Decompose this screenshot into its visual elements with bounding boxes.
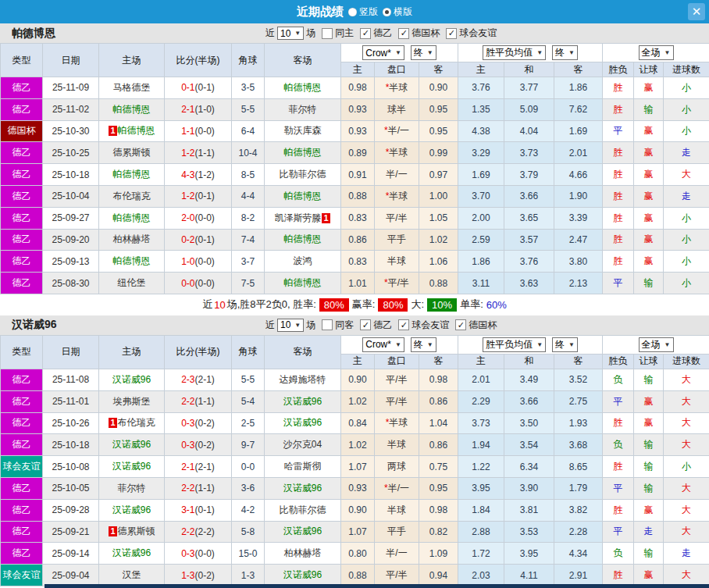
- home-team-cell: 1布伦瑞克: [99, 412, 165, 434]
- summary-part: 10: [214, 299, 225, 311]
- team-link[interactable]: 帕德博恩: [284, 277, 322, 288]
- winloss-cell: 平: [603, 521, 634, 543]
- league-checkbox-friendly[interactable]: [446, 28, 457, 39]
- league-checkbox-cup[interactable]: [398, 28, 409, 39]
- team-link[interactable]: 帕德博恩: [118, 125, 155, 136]
- team-link[interactable]: 帕德博恩: [284, 147, 322, 158]
- league-badge-cell: 德乙: [1, 369, 43, 390]
- team-link[interactable]: 比勒菲尔德: [280, 169, 326, 180]
- team-link[interactable]: 汉诺威96: [283, 417, 322, 428]
- close-icon[interactable]: ✕: [688, 3, 705, 20]
- league-badge-cell: 德乙: [1, 207, 43, 229]
- league-badge-cell: 德乙: [1, 543, 43, 565]
- handicap-result-cell: 输: [634, 273, 664, 294]
- team-link[interactable]: 纽伦堡: [118, 277, 146, 288]
- winloss-cell: 胜: [603, 456, 634, 478]
- goals-cell: 大: [664, 369, 709, 390]
- corners-cell: 4-2: [232, 499, 265, 521]
- team-link[interactable]: 汉诺威96: [112, 547, 151, 558]
- final-odds-select[interactable]: 终▼: [411, 337, 436, 352]
- team-link[interactable]: 勒沃库森: [284, 125, 322, 136]
- team-link[interactable]: 柏林赫塔: [284, 547, 322, 558]
- handicap-result-cell: 赢: [634, 77, 664, 99]
- games-label: 场: [306, 27, 315, 40]
- home-team-cell: 纽伦堡: [99, 273, 165, 294]
- final-avg-select[interactable]: 终▼: [552, 337, 578, 352]
- home-team-cell: 1帕德博恩: [99, 120, 165, 142]
- odds-home-cell: 0.93: [341, 120, 375, 142]
- handicap-cell: 平手: [375, 521, 419, 543]
- team-link[interactable]: 帕德博恩: [113, 212, 151, 223]
- final-avg-select[interactable]: 终▼: [552, 45, 578, 60]
- score-cell: 1-1(0-0): [165, 120, 232, 142]
- team-link[interactable]: 汉诺威96: [112, 374, 151, 385]
- team-link[interactable]: 布伦瑞克: [113, 191, 151, 201]
- team-link[interactable]: 帕德博恩: [113, 169, 151, 180]
- team-link[interactable]: 汉诺威96: [283, 569, 322, 580]
- scope-select[interactable]: 全场▼: [639, 45, 674, 60]
- team-link[interactable]: 埃弗斯堡: [113, 396, 151, 407]
- league-checkbox-cup[interactable]: [455, 319, 466, 330]
- away-team-cell: 达姆施塔特: [265, 369, 341, 390]
- same-venue-checkbox[interactable]: [322, 319, 333, 330]
- team-link[interactable]: 汉诺威96: [112, 461, 151, 472]
- corners-cell: 7-4: [232, 229, 265, 251]
- avg-select[interactable]: 胜平负均值▼: [483, 337, 546, 352]
- team-link[interactable]: 帕德博恩: [284, 191, 322, 201]
- match-date-cell: 25-09-21: [43, 521, 99, 543]
- team-link[interactable]: 布伦瑞克: [118, 417, 155, 428]
- league-checkbox-friendly[interactable]: [398, 319, 409, 330]
- bookmaker-select[interactable]: Crow*▼: [362, 337, 404, 352]
- summary-part: 单率:: [460, 298, 483, 312]
- team-link[interactable]: 菲尔特: [118, 483, 146, 494]
- avg-select[interactable]: 胜平负均值▼: [483, 45, 546, 60]
- away-team-cell: 沙尔克04: [265, 434, 341, 456]
- team-link[interactable]: 马格德堡: [113, 82, 151, 93]
- home-team-cell: 汉诺威96: [99, 499, 165, 521]
- team-link[interactable]: 帕德博恩: [113, 104, 151, 115]
- team-link[interactable]: 汉诺威96: [112, 504, 151, 515]
- handicap-cell: *平/半: [375, 273, 419, 294]
- team-link[interactable]: 柏林赫塔: [113, 233, 151, 244]
- league-badge-cell: 德乙: [1, 77, 43, 99]
- team-link[interactable]: 菲尔特: [289, 104, 317, 115]
- league-checkbox-de2[interactable]: [360, 319, 371, 330]
- team-link[interactable]: 沙尔克04: [283, 439, 322, 450]
- handicap-result-cell: 赢: [634, 207, 664, 229]
- chevron-down-icon: ▼: [294, 30, 301, 37]
- scope-select[interactable]: 全场▼: [639, 337, 674, 352]
- team-link[interactable]: 帕德博恩: [284, 233, 322, 244]
- team-link[interactable]: 德累斯顿: [113, 147, 151, 158]
- avg-home-cell: 2.88: [458, 521, 504, 543]
- team-link[interactable]: 哈雷斯彻: [284, 461, 322, 472]
- league-checkbox-de2[interactable]: [360, 28, 371, 39]
- bookmaker-select[interactable]: Crow*▼: [362, 45, 404, 60]
- team-link[interactable]: 汉堡: [123, 569, 141, 580]
- team-link[interactable]: 汉诺威96: [283, 396, 322, 407]
- layout-radio-vertical[interactable]: 竖版: [348, 5, 378, 19]
- match-date-cell: 25-10-08: [43, 456, 99, 478]
- team-link[interactable]: 汉诺威96: [283, 526, 322, 536]
- final-odds-select[interactable]: 终▼: [411, 45, 436, 60]
- summary-part: 近: [202, 298, 212, 312]
- handicap-result-cell: 输: [634, 98, 664, 120]
- team-link[interactable]: 汉诺威96: [112, 439, 151, 450]
- team-link[interactable]: 帕德博恩: [113, 255, 151, 266]
- team-link[interactable]: 达姆施塔特: [280, 374, 326, 385]
- match-count-select[interactable]: 10▼: [277, 27, 304, 40]
- league-badge-cell: 德乙: [1, 98, 43, 120]
- team-link[interactable]: 德累斯顿: [118, 526, 155, 536]
- layout-radio-horizontal[interactable]: 横版: [383, 5, 412, 19]
- team-link[interactable]: 汉诺威96: [283, 483, 322, 494]
- avg-away-cell: 2.01: [554, 142, 603, 164]
- team-link[interactable]: 比勒菲尔德: [280, 504, 326, 515]
- match-count-select[interactable]: 10▼: [277, 319, 304, 332]
- card-badge: 1: [109, 526, 116, 536]
- home-team-cell: 帕德博恩: [99, 251, 165, 273]
- team-link[interactable]: 帕德博恩: [284, 82, 322, 93]
- team-link[interactable]: 凯泽斯劳滕: [274, 212, 321, 223]
- team-link[interactable]: 波鸿: [294, 255, 312, 266]
- avg-away-cell: 1.69: [554, 120, 603, 142]
- same-venue-checkbox[interactable]: [322, 28, 333, 39]
- avg-home-cell: 2.59: [458, 229, 504, 251]
